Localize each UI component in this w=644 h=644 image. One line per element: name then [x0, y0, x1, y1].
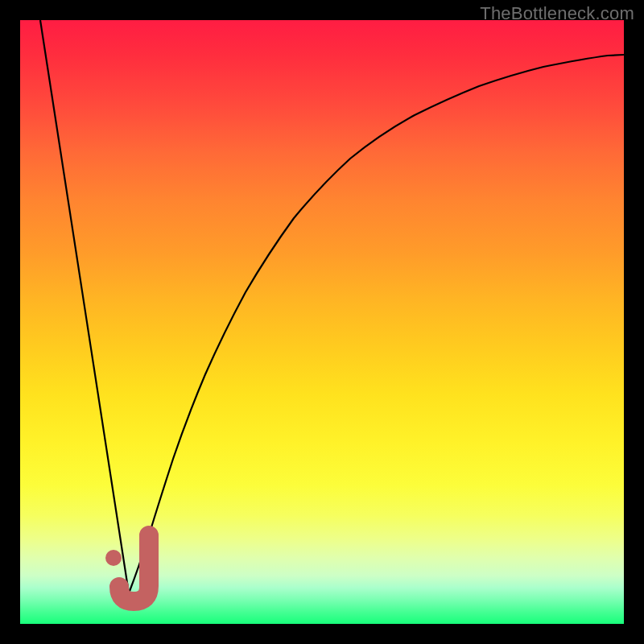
chart-frame: TheBottleneck.com — [0, 0, 644, 644]
valley-j-marker — [105, 535, 149, 601]
curve-left-descent — [40, 20, 129, 593]
watermark-text: TheBottleneck.com — [480, 3, 634, 24]
chart-curves — [20, 20, 624, 624]
j-hook-icon — [119, 535, 149, 601]
j-dot-icon — [105, 550, 122, 566]
curve-right-ascent — [129, 55, 624, 593]
